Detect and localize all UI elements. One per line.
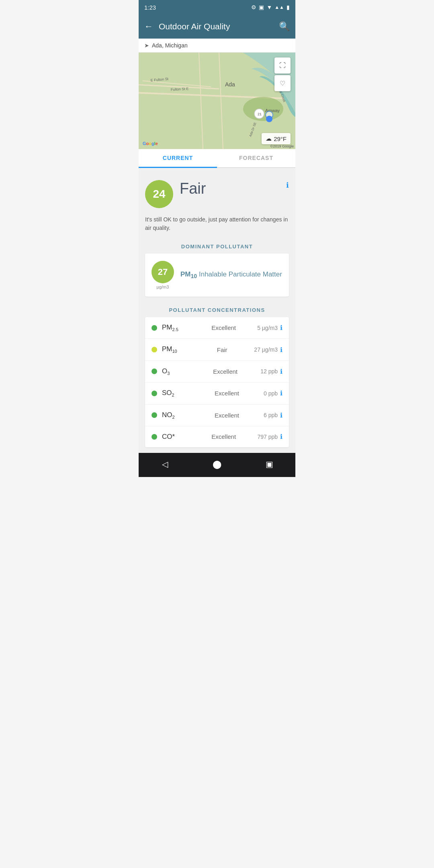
pollutant-value-so2: 0 ppb ℹ [264, 389, 283, 397]
status-dot-o3 [151, 368, 157, 374]
list-item: SO2 Excellent 0 ppb ℹ [145, 383, 289, 404]
info-icon-o3[interactable]: ℹ [280, 368, 283, 375]
location-text: Ada, Michigan [152, 42, 188, 49]
weather-widget: ☁ 29°F [262, 133, 291, 144]
google-logo: Google [143, 141, 158, 146]
sim-icon: ▣ [259, 4, 264, 10]
pollutant-name-no2: NO2 [162, 411, 190, 420]
map-controls: ⛶ ♡ [274, 57, 291, 91]
signal-icon: ▲▲ [274, 4, 284, 10]
location-bar[interactable]: ➤ Ada, Michigan [139, 39, 295, 53]
aqi-info: Fair [180, 180, 289, 197]
pollutant-value-pm25: 5 µg/m3 ℹ [257, 324, 283, 332]
nav-back-button[interactable]: ◁ [155, 459, 175, 469]
status-dot-pm10 [151, 347, 157, 352]
map-container: E Fulton St Fulton St E Ada 21 Amway Ada… [139, 53, 295, 149]
status-dot-co [151, 434, 157, 440]
wifi-icon: ▼ [266, 4, 272, 10]
dominant-pollutant-name: PM10 Inhalable Particulate Matter [180, 270, 282, 279]
favorite-button[interactable]: ♡ [274, 75, 291, 91]
pollutant-status-no2: Excellent [195, 412, 259, 419]
svg-point-14 [266, 116, 272, 122]
info-icon-no2[interactable]: ℹ [280, 411, 283, 419]
temperature: 29°F [274, 135, 287, 142]
dominant-pollutant-short: PM10 [180, 270, 197, 278]
info-icon-pm25[interactable]: ℹ [280, 324, 283, 332]
nav-home-button[interactable]: ⬤ [207, 459, 227, 469]
pollutant-status-o3: Excellent [195, 368, 256, 375]
map-copyright: ©2019 Google [269, 143, 295, 149]
dominant-pollutant-circle: 27 [151, 261, 174, 283]
aqi-circle: 24 [145, 180, 173, 208]
pollutant-value-no2: 6 ppb ℹ [264, 411, 283, 419]
aqi-card: 24 Fair ℹ [145, 176, 289, 214]
tabs: CURRENT FORECAST [139, 149, 295, 168]
dominant-pollutant-header: DOMINANT POLLUTANT [145, 239, 289, 254]
pollutant-status-co: Excellent [195, 433, 252, 440]
list-item: PM2.5 Excellent 5 µg/m3 ℹ [145, 317, 289, 339]
status-dot-pm25 [151, 325, 157, 331]
current-section: 24 Fair ℹ It's still OK to go outside, j… [139, 168, 295, 453]
dominant-pollutant-unit: µg/m3 [157, 285, 169, 289]
concentrations-header: POLLUTANT CONCENTRATIONS [145, 302, 289, 317]
status-icons: ⚙ ▣ ▼ ▲▲ ▮ [251, 4, 290, 10]
app-bar-title: Outdoor Air Quality [159, 22, 279, 31]
pollutant-name-pm25: PM2.5 [162, 323, 190, 332]
list-item: O3 Excellent 12 ppb ℹ [145, 361, 289, 383]
pollutant-name-pm10: PM10 [162, 345, 190, 354]
svg-text:21: 21 [258, 112, 262, 116]
bottom-nav: ◁ ⬤ ▣ [139, 453, 295, 477]
dominant-pollutant-sub: 10 [191, 273, 197, 280]
svg-text:Ada: Ada [225, 81, 235, 88]
pollutant-value-pm10: 27 µg/m3 ℹ [254, 346, 283, 354]
location-icon: ➤ [144, 42, 149, 49]
dominant-pollutant-full: Inhalable Particulate Matter [199, 270, 282, 278]
status-dot-no2 [151, 412, 157, 418]
status-time: 1:23 [144, 4, 156, 11]
dominant-pollutant-card: 27 µg/m3 PM10 Inhalable Particulate Matt… [145, 254, 289, 297]
concentrations-card: PM2.5 Excellent 5 µg/m3 ℹ PM10 Fair 27 µ… [145, 317, 289, 447]
concentrations-section: PM2.5 Excellent 5 µg/m3 ℹ PM10 Fair 27 µ… [145, 317, 289, 453]
aqi-label: Fair [180, 180, 289, 197]
settings-icon: ⚙ [251, 4, 256, 10]
tab-forecast[interactable]: FORECAST [217, 149, 295, 167]
aqi-info-icon[interactable]: ℹ [286, 181, 289, 190]
nav-recent-button[interactable]: ▣ [259, 459, 279, 469]
pollutant-value-co: 797 ppb ℹ [257, 433, 283, 440]
aqi-description: It's still OK to go outside, just pay at… [145, 214, 289, 239]
back-button[interactable]: ← [144, 21, 153, 32]
list-item: PM10 Fair 27 µg/m3 ℹ [145, 339, 289, 360]
pollutant-name-o3: O3 [162, 367, 190, 376]
pollutant-status-pm10: Fair [195, 346, 249, 353]
status-bar: 1:23 ⚙ ▣ ▼ ▲▲ ▮ [139, 0, 295, 14]
pollutant-name-so2: SO2 [162, 389, 190, 397]
status-dot-so2 [151, 391, 157, 396]
info-icon-so2[interactable]: ℹ [280, 389, 283, 397]
app-bar: ← Outdoor Air Quality 🔍 [139, 14, 295, 39]
dominant-pollutant-value-wrap: 27 µg/m3 [151, 261, 174, 289]
expand-map-button[interactable]: ⛶ [274, 57, 291, 74]
pollutant-status-pm25: Excellent [195, 324, 252, 331]
info-icon-co[interactable]: ℹ [280, 433, 283, 440]
battery-icon: ▮ [287, 4, 290, 10]
pollutant-status-so2: Excellent [195, 390, 259, 397]
search-button[interactable]: 🔍 [279, 21, 290, 32]
list-item: CO* Excellent 797 ppb ℹ [145, 426, 289, 447]
tab-current[interactable]: CURRENT [139, 149, 217, 168]
pollutant-value-o3: 12 ppb ℹ [260, 368, 283, 375]
cloud-icon: ☁ [266, 135, 272, 142]
list-item: NO2 Excellent 6 ppb ℹ [145, 405, 289, 426]
pollutant-name-co: CO* [162, 433, 190, 441]
info-icon-pm10[interactable]: ℹ [280, 346, 283, 354]
